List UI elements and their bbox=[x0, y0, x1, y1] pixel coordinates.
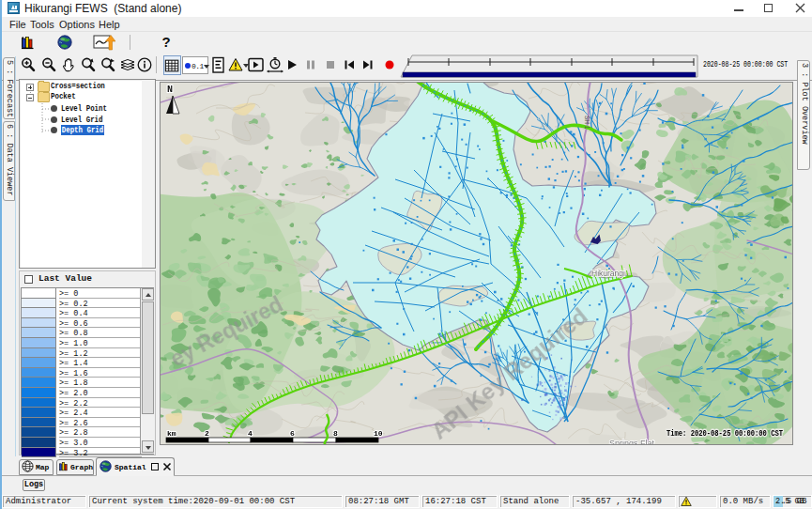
svg-text:Springs Flat: Springs Flat bbox=[609, 439, 655, 445]
svg-text:8: 8 bbox=[333, 429, 338, 438]
svg-text:N: N bbox=[167, 85, 173, 95]
svg-text:Time: 2020-08-25 00:00:00 CST: Time: 2020-08-25 00:00:00 CST bbox=[666, 429, 783, 439]
svg-text:10: 10 bbox=[374, 429, 383, 438]
svg-text:4: 4 bbox=[248, 429, 253, 438]
svg-text:2: 2 bbox=[205, 429, 209, 438]
svg-text:6: 6 bbox=[290, 429, 295, 438]
svg-text:km: km bbox=[167, 429, 176, 438]
svg-text:Hikurangi: Hikurangi bbox=[591, 269, 625, 278]
svg-text:SH 1: SH 1 bbox=[584, 116, 590, 130]
